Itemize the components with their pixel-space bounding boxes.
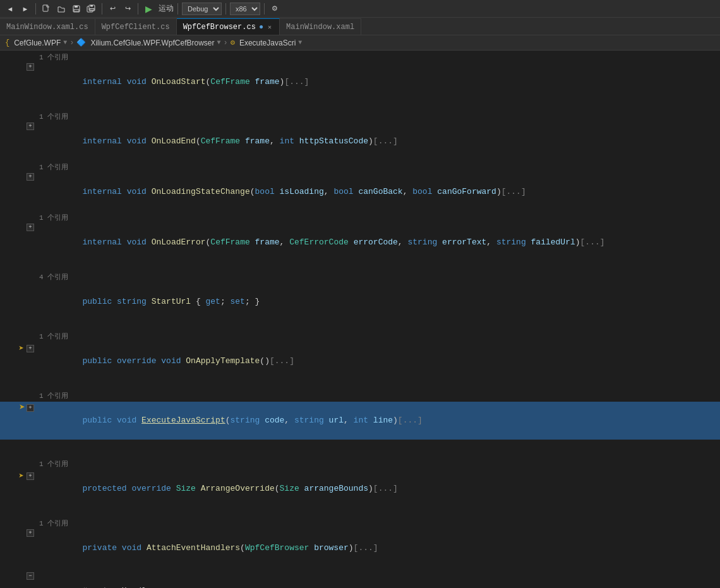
expand-btn-8[interactable]: +	[27, 472, 34, 480]
class-dropdown[interactable]: Xilium.CefGlue.WPF.WpfCefBrowser	[89, 39, 215, 47]
code-content-9: private void AttachEventHandlers(WpfCefB…	[38, 529, 720, 567]
ref-count-4: 1 个引用	[0, 211, 720, 224]
code-content-5: public string StartUrl { get; set; }	[38, 283, 720, 321]
line-meta-3: +	[0, 173, 38, 181]
debug-dropdown[interactable]: Debug	[182, 3, 222, 15]
code-line-executejavascript: ➤ + public void ExecuteJavaScript(string…	[0, 402, 720, 440]
redo-button[interactable]: ↪	[121, 3, 134, 15]
code-line-onloadend: + internal void OnLoadEnd(CefFrame frame…	[0, 123, 720, 160]
line-meta-1: +	[0, 63, 38, 71]
line-meta-7: ➤ +	[0, 402, 38, 414]
line-meta-2: +	[0, 123, 38, 130]
spacer-3	[0, 321, 720, 330]
tab-mainwindow-xaml[interactable]: MainWindow.xaml	[280, 18, 361, 35]
code-content-1: internal void OnLoadStart(CefFrame frame…	[38, 63, 720, 101]
expand-btn-region[interactable]: −	[27, 572, 34, 580]
ref-count-6: 1 个引用	[0, 330, 720, 342]
tab-label: WpfCefClient.cs	[102, 23, 170, 32]
breadcrumb-bar: { CefGlue.WPF ▼ › 🔷 Xilium.CefGlue.WPF.W…	[0, 35, 720, 51]
code-line-onapplytemplate: ➤ + public override void OnApplyTemplate…	[0, 342, 720, 380]
tab-close-button[interactable]: ✕	[267, 23, 273, 31]
spacer-2	[0, 261, 720, 270]
code-line-onloaderror: + internal void OnLoadError(CefFrame fra…	[0, 224, 720, 261]
tab-label: MainWindow.xaml	[286, 23, 354, 32]
arrow-marker-2: ➤	[19, 470, 24, 483]
spacer-5	[0, 440, 720, 457]
expand-btn-1[interactable]: +	[27, 63, 34, 71]
tab-wpfcefclient-cs[interactable]: WpfCefClient.cs	[95, 18, 177, 35]
dropdown-arrow-1: ▼	[63, 39, 67, 46]
code-content-6: public override void OnApplyTemplate()[.…	[38, 342, 720, 380]
method-icon: ⚙	[231, 38, 235, 47]
tab-mainwindow-xaml-cs[interactable]: MainWindow.xaml.cs	[0, 18, 95, 35]
dropdown-arrow-3: ▼	[298, 39, 302, 46]
svg-rect-0	[43, 5, 48, 11]
namespace-dropdown[interactable]: CefGlue.WPF	[13, 39, 62, 47]
current-line-arrow: ➤	[19, 402, 25, 414]
code-line-attacheventhandlers: + private void AttachEventHandlers(WpfCe…	[0, 529, 720, 567]
open-button[interactable]	[55, 3, 68, 15]
code-line-onloadstart: + internal void OnLoadStart(CefFrame fra…	[0, 63, 720, 101]
ref-count-3: 1 个引用	[0, 160, 720, 173]
expand-btn-2[interactable]: +	[27, 123, 34, 130]
code-line-starturl: public string StartUrl { get; set; }	[0, 283, 720, 321]
extensions-button[interactable]: ⚙	[268, 3, 281, 15]
namespace-icon: {	[5, 39, 9, 47]
undo-button[interactable]: ↩	[106, 3, 119, 15]
line-meta-4: +	[0, 224, 38, 231]
separator-5	[225, 3, 226, 15]
play-label: 运动	[159, 3, 174, 14]
arrow-marker: ➤	[19, 342, 24, 355]
toolbar: ◄ ► ↩ ↪ ▶ 运动 Debug x86	[0, 0, 720, 18]
breadcrumb-method: ⚙ ExecuteJavaScri ▼	[231, 38, 303, 47]
code-content-2: internal void OnLoadEnd(CefFrame frame, …	[38, 123, 720, 160]
play-button[interactable]: ▶	[142, 3, 155, 15]
code-content-3: internal void OnLoadingStateChange(bool …	[38, 173, 720, 211]
ref-count-5: 4 个引用	[0, 270, 720, 283]
expand-btn-7[interactable]: +	[27, 404, 34, 412]
spacer-7	[0, 567, 720, 572]
platform-dropdown[interactable]: x86	[230, 3, 260, 15]
expand-btn-6[interactable]: +	[27, 345, 34, 352]
ref-count-2: 1 个引用	[0, 110, 720, 123]
code-line-onloadingstatechange: + internal void OnLoadingStateChange(boo…	[0, 173, 720, 211]
code-content-7: public void ExecuteJavaScript(string cod…	[38, 402, 720, 440]
tab-wpfcefbrowser-cs[interactable]: WpfCefBrowser.cs ● ✕	[177, 18, 280, 35]
code-content-4: internal void OnLoadError(CefFrame frame…	[38, 224, 720, 261]
line-meta-6: ➤ +	[0, 342, 38, 355]
new-file-icon	[42, 4, 51, 13]
save-icon	[72, 4, 81, 13]
separator-2	[102, 3, 102, 15]
separator-1	[35, 3, 36, 15]
new-project-button[interactable]	[40, 3, 52, 15]
spacer-4	[0, 380, 720, 389]
tab-bar: MainWindow.xaml.cs WpfCefClient.cs WpfCe…	[0, 18, 720, 35]
tab-modified-dot: ●	[259, 23, 263, 32]
code-line-region: − #region Handlers	[0, 572, 720, 588]
breadcrumb-class: 🔷 Xilium.CefGlue.WPF.WpfCefBrowser ▼	[76, 38, 220, 47]
expand-btn-3[interactable]: +	[27, 173, 34, 181]
expand-btn-9[interactable]: +	[27, 529, 34, 537]
method-dropdown[interactable]: ExecuteJavaScri	[238, 39, 297, 47]
back-button[interactable]: ◄	[4, 3, 16, 15]
separator-6	[264, 3, 265, 15]
tab-label: WpfCefBrowser.cs	[183, 23, 256, 32]
expand-btn-4[interactable]: +	[27, 224, 34, 231]
svg-rect-6	[90, 5, 93, 7]
main-area: 1 个引用 + internal void OnLoadStart(CefFra…	[0, 51, 720, 588]
code-content-8: protected override Size ArrangeOverride(…	[38, 470, 720, 508]
spacer-1	[0, 101, 720, 110]
ref-count-1: 1 个引用	[0, 51, 720, 63]
spacer-6	[0, 508, 720, 517]
ref-count-9: 1 个引用	[0, 517, 720, 529]
save-all-button[interactable]	[85, 3, 98, 15]
save-button[interactable]	[70, 3, 83, 15]
code-line-arrangeoverride: ➤ + protected override Size ArrangeOverr…	[0, 470, 720, 508]
code-editor[interactable]: 1 个引用 + internal void OnLoadStart(CefFra…	[0, 51, 720, 588]
separator-3	[138, 3, 138, 15]
breadcrumb-sep-2: ›	[224, 39, 228, 47]
forward-button[interactable]: ►	[19, 3, 32, 15]
save-all-icon	[87, 4, 97, 13]
code-content-region: #region Handlers	[38, 572, 720, 588]
tab-label: MainWindow.xaml.cs	[6, 23, 88, 32]
